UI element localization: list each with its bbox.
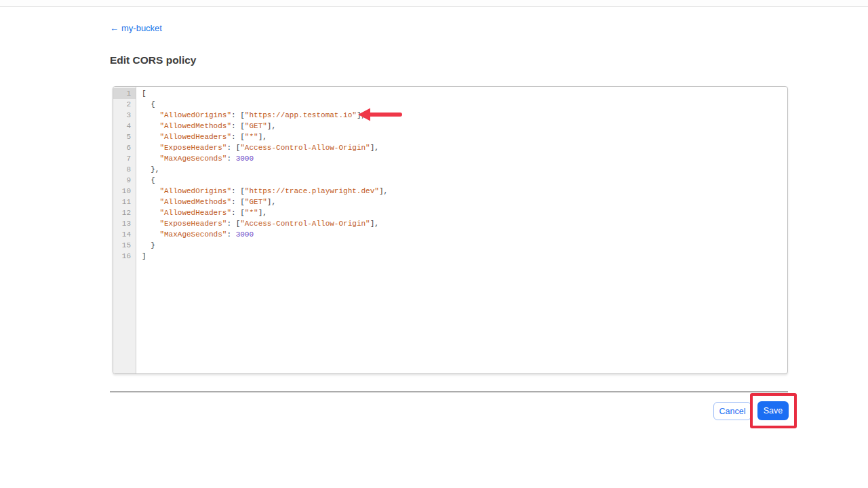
code-line[interactable]: "ExposeHeaders": ["Access-Control-Allow-… [142, 218, 787, 229]
line-number: 13 [113, 218, 136, 229]
line-number: 7 [113, 153, 136, 164]
code-line[interactable]: }, [142, 164, 787, 175]
cors-json-editor[interactable]: 12345678910111213141516 [ { "AllowedOrig… [113, 86, 788, 374]
code-line[interactable]: ] [142, 251, 787, 262]
back-link-label: my-bucket [121, 23, 162, 33]
back-arrow-icon: ← [110, 23, 119, 33]
code-line[interactable]: "AllowedHeaders": ["*"], [142, 131, 787, 142]
cancel-button[interactable]: Cancel [713, 402, 751, 420]
line-number: 4 [113, 121, 136, 131]
code-line[interactable]: } [142, 240, 787, 251]
line-number: 11 [113, 197, 136, 207]
code-line[interactable]: { [142, 175, 787, 186]
line-number: 2 [113, 99, 136, 110]
line-number: 1 [113, 88, 136, 99]
line-number: 15 [113, 240, 136, 251]
line-number: 5 [113, 131, 136, 142]
line-number: 16 [113, 251, 136, 262]
code-line[interactable]: "AllowedOrigins": ["https://trace.playwr… [142, 186, 787, 197]
line-number: 10 [113, 186, 136, 197]
code-line[interactable]: { [142, 99, 787, 110]
line-number: 12 [113, 207, 136, 218]
editor-line-number-gutter: 12345678910111213141516 [113, 87, 136, 373]
line-number: 8 [113, 164, 136, 175]
save-button[interactable]: Save [757, 401, 789, 420]
code-line[interactable]: "AllowedOrigins": ["https://app.testomat… [142, 110, 787, 121]
line-number: 3 [113, 110, 136, 121]
code-line[interactable]: "AllowedHeaders": ["*"], [142, 207, 787, 218]
code-line[interactable]: "ExposeHeaders": ["Access-Control-Allow-… [142, 142, 787, 153]
code-line[interactable]: "MaxAgeSeconds": 3000 [142, 153, 787, 164]
page-title: Edit CORS policy [110, 54, 196, 66]
code-line[interactable]: "AllowedMethods": ["GET"], [142, 197, 787, 207]
code-line[interactable]: "AllowedMethods": ["GET"], [142, 121, 787, 131]
code-line[interactable]: [ [142, 88, 787, 99]
footer-divider [110, 391, 788, 392]
code-line[interactable]: "MaxAgeSeconds": 3000 [142, 229, 787, 240]
line-number: 14 [113, 229, 136, 240]
line-number: 9 [113, 175, 136, 186]
back-link-my-bucket[interactable]: ←my-bucket [110, 23, 162, 33]
editor-code-area[interactable]: [ { "AllowedOrigins": ["https://app.test… [137, 87, 787, 373]
line-number: 6 [113, 142, 136, 153]
top-chrome-edge [0, 0, 868, 7]
